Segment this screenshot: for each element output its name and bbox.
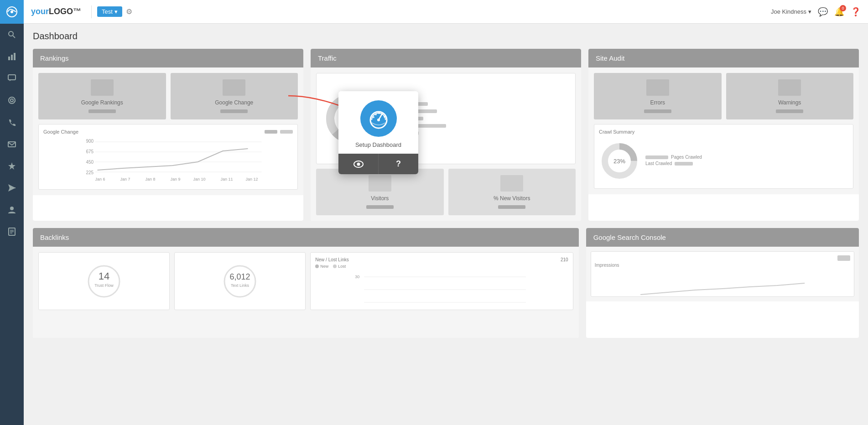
svg-rect-5 (11, 55, 13, 60)
svg-point-54 (384, 116, 385, 118)
svg-line-3 (13, 36, 15, 38)
svg-point-56 (357, 162, 360, 166)
svg-point-50 (373, 116, 374, 118)
settings-gear-icon[interactable]: ⚙ (126, 7, 132, 16)
speedometer-icon (367, 107, 390, 130)
logo-your: your (31, 7, 49, 16)
svg-point-8 (9, 97, 15, 104)
sidebar-item-rankings[interactable] (0, 46, 24, 67)
svg-rect-7 (8, 75, 16, 80)
sidebar-item-mail[interactable] (0, 133, 24, 155)
test-btn-label: Test (102, 8, 113, 15)
svg-rect-4 (8, 57, 10, 60)
setup-dashboard-popup: Setup Dashboard ? (338, 91, 418, 174)
logo-brand: LOGO (49, 7, 73, 16)
popup-icon-area: Setup Dashboard (338, 91, 418, 154)
svg-point-51 (375, 114, 377, 115)
svg-point-9 (10, 99, 13, 102)
svg-point-52 (378, 112, 380, 114)
popup-help-button[interactable]: ? (379, 154, 418, 174)
test-dropdown-button[interactable]: Test ▾ (97, 6, 122, 17)
help-icon[interactable]: ❓ (851, 7, 861, 17)
user-menu[interactable]: Joe Kindness ▾ (771, 8, 811, 15)
svg-point-2 (9, 31, 13, 36)
notification-badge: 0 (840, 5, 846, 11)
chevron-down-icon: ▾ (114, 8, 118, 15)
sidebar-item-favorites[interactable] (0, 155, 24, 177)
user-name-label: Joe Kindness (771, 8, 806, 15)
topbar-right: Joe Kindness ▾ 💬 🔔 0 ❓ (771, 7, 861, 17)
sidebar-item-send[interactable] (0, 177, 24, 199)
svg-point-49 (377, 119, 380, 121)
sidebar-item-search[interactable] (0, 24, 24, 46)
sidebar-logo[interactable] (0, 0, 24, 24)
topbar-divider (91, 5, 92, 18)
popup-icon-circle (360, 100, 397, 137)
sidebar-item-tasks[interactable] (0, 221, 24, 243)
popup-eye-button[interactable] (338, 154, 379, 174)
sidebar-item-mentions[interactable] (0, 89, 24, 111)
sidebar (0, 0, 24, 425)
topbar: yourLOGO™ Test ▾ ⚙ Joe Kindness ▾ 💬 🔔 0 … (24, 0, 868, 24)
svg-point-15 (10, 207, 14, 210)
svg-rect-6 (14, 53, 16, 60)
svg-point-1 (10, 10, 13, 13)
notifications-icon[interactable]: 🔔 0 (834, 7, 844, 17)
eye-icon (353, 161, 364, 168)
topbar-logo: yourLOGO™ (31, 7, 81, 16)
popup-actions: ? (338, 154, 418, 174)
sidebar-item-comments[interactable] (0, 67, 24, 89)
sidebar-item-phone[interactable] (0, 111, 24, 133)
popup-overlay: Setup Dashboard ? (24, 24, 868, 425)
content-area: Dashboard Rankings Google Rankings (24, 24, 868, 425)
popup-title-text: Setup Dashboard (355, 141, 401, 148)
sidebar-item-user[interactable] (0, 199, 24, 221)
svg-marker-12 (8, 162, 16, 170)
svg-point-53 (381, 113, 383, 115)
user-chevron-icon: ▾ (808, 8, 811, 15)
chat-icon[interactable]: 💬 (818, 7, 828, 17)
main-content: yourLOGO™ Test ▾ ⚙ Joe Kindness ▾ 💬 🔔 0 … (24, 0, 868, 425)
help-question-mark: ? (396, 159, 401, 169)
